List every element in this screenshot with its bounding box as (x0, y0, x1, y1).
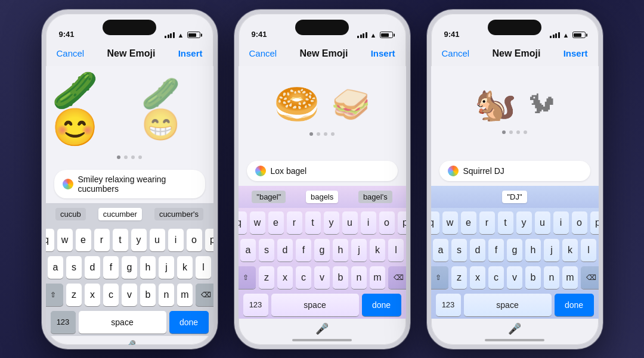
key-t-3[interactable]: t (498, 211, 513, 234)
key-k-3[interactable]: k (562, 239, 578, 262)
key-s[interactable]: s (66, 256, 82, 279)
delete-key-2[interactable]: ⌫ (388, 266, 408, 289)
emoji-alt-1[interactable]: 🥒😁 (141, 78, 207, 140)
key-h-3[interactable]: h (525, 239, 541, 262)
key-s-2[interactable]: s (259, 239, 274, 262)
insert-button-1[interactable]: Insert (178, 48, 203, 58)
key-c[interactable]: c (103, 284, 119, 306)
key-g-3[interactable]: g (507, 239, 522, 262)
key-n[interactable]: n (159, 284, 174, 306)
emoji-alt-3[interactable]: 🐿 (528, 91, 555, 117)
microphone-icon-1[interactable]: 🎤 (123, 340, 136, 349)
emoji-alt-2[interactable]: 🥪 (332, 89, 370, 120)
key-g-2[interactable]: g (314, 239, 330, 262)
key-w-2[interactable]: w (250, 211, 265, 234)
key-n-2[interactable]: n (351, 266, 367, 289)
key-q-2[interactable]: q (234, 211, 247, 234)
key-i-2[interactable]: i (361, 211, 376, 234)
key-e-3[interactable]: e (461, 211, 476, 234)
key-e[interactable]: e (76, 229, 91, 251)
space-key-2[interactable]: space (271, 294, 359, 316)
suggestion-p2-3[interactable]: bagel's (358, 191, 392, 203)
key-x-3[interactable]: x (470, 266, 485, 289)
space-key-1[interactable]: space (79, 311, 166, 334)
key-t-2[interactable]: t (305, 211, 321, 234)
delete-key-3[interactable]: ⌫ (581, 266, 601, 289)
key-r-2[interactable]: r (287, 211, 302, 234)
key-j-2[interactable]: j (351, 239, 367, 262)
key-i-3[interactable]: i (553, 211, 569, 234)
key-p[interactable]: p (205, 229, 218, 251)
suggestion-p2-2[interactable]: bagels (306, 191, 338, 203)
key-z-3[interactable]: z (451, 266, 467, 289)
suggestion-3[interactable]: cucumber's (154, 208, 203, 220)
key-k[interactable]: k (177, 256, 193, 279)
key-f-3[interactable]: f (488, 239, 504, 262)
search-bar-3[interactable]: Squirrel DJ (439, 161, 590, 181)
key-v-3[interactable]: v (507, 266, 522, 289)
key-y-2[interactable]: y (324, 211, 339, 234)
key-u-2[interactable]: u (342, 211, 358, 234)
key-v[interactable]: v (122, 284, 137, 306)
key-d[interactable]: d (85, 256, 100, 279)
key-m-3[interactable]: m (562, 266, 578, 289)
key-z-2[interactable]: z (259, 266, 274, 289)
key-p-2[interactable]: p (398, 211, 410, 234)
key-u[interactable]: u (150, 229, 165, 251)
key-o[interactable]: o (187, 229, 202, 251)
key-o-2[interactable]: o (379, 211, 395, 234)
key-b[interactable]: b (140, 284, 156, 306)
delete-key-1[interactable]: ⌫ (196, 284, 216, 306)
microphone-icon-3[interactable]: 🎤 (508, 322, 521, 335)
key-l-2[interactable]: l (388, 239, 404, 262)
insert-button-2[interactable]: Insert (371, 48, 395, 58)
key-l[interactable]: l (196, 256, 211, 279)
key-q[interactable]: q (42, 229, 54, 251)
done-key-2[interactable]: done (362, 294, 401, 316)
key-p-3[interactable]: p (590, 211, 603, 234)
key-b-2[interactable]: b (333, 266, 348, 289)
key-z[interactable]: z (66, 284, 82, 306)
shift-key-3[interactable]: ⇧ (428, 266, 448, 289)
key-d-3[interactable]: d (470, 239, 485, 262)
key-a-2[interactable]: a (240, 239, 256, 262)
cancel-button-2[interactable]: Cancel (249, 48, 277, 58)
suggestion-p2-1[interactable]: "bagel" (252, 191, 286, 203)
key-h-2[interactable]: h (333, 239, 348, 262)
cancel-button-3[interactable]: Cancel (442, 48, 470, 58)
key-c-3[interactable]: c (488, 266, 504, 289)
key-c-2[interactable]: c (296, 266, 311, 289)
search-bar-2[interactable]: Lox bagel (247, 161, 398, 181)
emoji-main-2[interactable]: 🥯 (274, 86, 320, 123)
insert-button-3[interactable]: Insert (564, 48, 588, 58)
key-i[interactable]: i (168, 229, 184, 251)
cancel-button-1[interactable]: Cancel (57, 48, 85, 58)
key-w[interactable]: w (57, 229, 73, 251)
key-r[interactable]: r (94, 229, 110, 251)
key-q-3[interactable]: q (427, 211, 439, 234)
emoji-main-3[interactable]: 🐿️ (475, 88, 516, 121)
key-d-2[interactable]: d (277, 239, 293, 262)
search-bar-1[interactable]: Smiley relaxing wearing cucumbers (54, 170, 205, 198)
numbers-key-1[interactable]: 123 (51, 311, 76, 334)
key-m-2[interactable]: m (370, 266, 385, 289)
key-o-3[interactable]: o (572, 211, 587, 234)
key-l-3[interactable]: l (581, 239, 596, 262)
key-y-3[interactable]: y (516, 211, 532, 234)
space-key-3[interactable]: space (464, 294, 552, 316)
suggestion-p3-1[interactable]: "DJ" (502, 191, 527, 203)
key-w-3[interactable]: w (442, 211, 458, 234)
key-j[interactable]: j (159, 256, 174, 279)
key-g[interactable]: g (122, 256, 137, 279)
key-b-3[interactable]: b (525, 266, 541, 289)
numbers-key-2[interactable]: 123 (243, 294, 268, 316)
key-m[interactable]: m (177, 284, 193, 306)
key-x-2[interactable]: x (277, 266, 293, 289)
key-f-2[interactable]: f (296, 239, 311, 262)
key-n-3[interactable]: n (544, 266, 559, 289)
done-key-3[interactable]: done (555, 294, 594, 316)
key-f[interactable]: f (103, 256, 119, 279)
key-j-3[interactable]: j (544, 239, 559, 262)
done-key-1[interactable]: done (169, 311, 209, 334)
numbers-key-3[interactable]: 123 (436, 294, 461, 316)
